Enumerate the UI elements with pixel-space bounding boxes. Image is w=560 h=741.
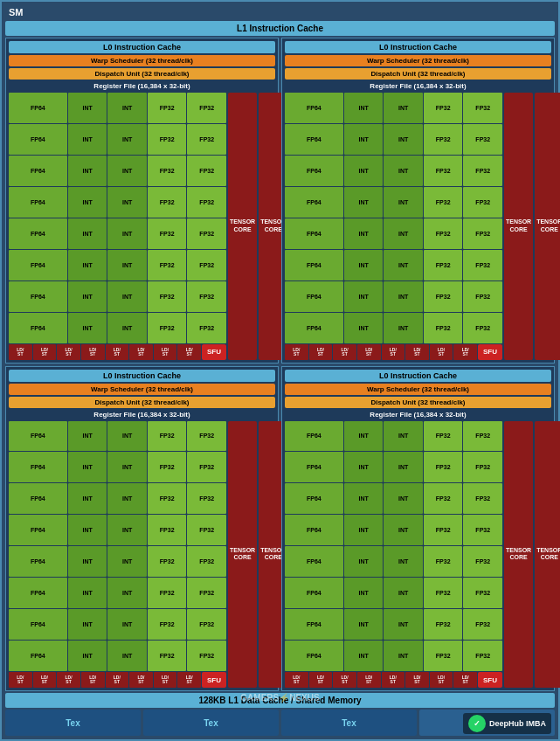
compute-cell: FP64 [285,250,343,280]
ld-st-cell: LD/ ST [453,672,477,688]
ld-st-cell: LD/ ST [453,344,477,360]
dispatch-unit: Dispatch Unit (32 thread/clk) [285,397,551,408]
ld-st-cell: LD/ ST [57,344,80,360]
compute-cell: INT [344,483,384,514]
ld-st-sfu-row: LD/ STLD/ STLD/ STLD/ STLD/ STLD/ STLD/ … [9,672,226,688]
compute-cell: FP64 [9,483,67,514]
compute-cell: FP64 [285,124,343,155]
compute-cell: INT [384,641,423,671]
compute-row: FP64INTINTFP32FP32 [285,187,502,218]
quadrant: L0 Instruction CacheWarp Scheduler (32 t… [281,366,555,692]
l0-cache: L0 Instruction Cache [9,370,275,382]
ld-st-cell: LD/ ST [382,344,405,360]
l0-cache: L0 Instruction Cache [285,41,551,53]
ld-st-sfu-row: LD/ STLD/ STLD/ STLD/ STLD/ STLD/ STLD/ … [285,344,502,360]
four-quadrants: L0 Instruction CacheWarp Scheduler (32 t… [5,38,555,691]
ld-st-cell: LD/ ST [357,672,381,688]
compute-row: FP64INTINTFP32FP32 [285,609,502,640]
l1-data-cache: 128KB L1 Data Cache / Shared Memory [5,693,555,708]
compute-cell: INT [384,452,423,482]
ld-st-cell: LD/ ST [357,344,381,360]
compute-cell: INT [344,609,384,640]
compute-cell: FP64 [9,578,67,608]
ld-st-cell: LD/ ST [33,344,57,360]
compute-row: FP64INTINTFP32FP32 [9,156,226,186]
compute-cell: FP32 [148,250,187,280]
tex-cell-3: Tex [281,710,417,736]
compute-cell: INT [344,281,384,312]
compute-cell: FP64 [285,421,343,452]
compute-cell: INT [68,93,107,123]
compute-cell: FP64 [285,281,343,312]
compute-cell: INT [68,546,107,577]
compute-cell: FP32 [424,313,463,343]
compute-cell: FP32 [424,546,463,577]
compute-cell: INT [68,578,107,608]
compute-cell: INT [107,250,147,280]
compute-cell: FP64 [285,313,343,343]
compute-row: FP64INTINTFP32FP32 [285,515,502,545]
compute-cell: INT [68,250,107,280]
compute-cell: FP32 [187,483,226,514]
compute-cell: INT [107,578,147,608]
compute-cell: FP64 [285,93,343,123]
compute-cell: INT [68,641,107,671]
compute-cell: FP32 [424,483,463,514]
sm-container: SM L1 Instruction Cache L0 Instruction C… [0,0,560,741]
compute-cell: INT [344,452,384,482]
compute-cell: FP32 [187,313,226,343]
compute-cell: FP32 [463,218,502,249]
quadrant: L0 Instruction CacheWarp Scheduler (32 t… [5,366,279,692]
compute-cell: FP32 [148,187,187,218]
deephub-icon: ✓ [468,715,486,732]
compute-cell: INT [344,641,384,671]
compute-cell: INT [107,641,147,671]
compute-row: FP64INTINTFP32FP32 [285,578,502,608]
compute-cell: FP32 [148,641,187,671]
compute-cell: INT [384,483,423,514]
compute-cell: FP64 [9,187,67,218]
compute-cell: FP32 [187,250,226,280]
compute-cell: INT [384,421,423,452]
compute-cell: FP32 [463,281,502,312]
compute-cell: INT [384,124,423,155]
compute-cell: INT [344,313,384,343]
compute-cell: INT [384,187,423,218]
compute-cell: FP64 [285,641,343,671]
ld-st-cell: LD/ ST [285,344,308,360]
compute-row: FP64INTINTFP32FP32 [9,641,226,671]
ld-st-cell: LD/ ST [9,672,32,688]
compute-cell: INT [384,546,423,577]
left-compute: FP64INTINTFP32FP32FP64INTINTFP32FP32FP64… [9,93,226,360]
compute-cell: INT [107,452,147,482]
compute-cell: INT [384,93,423,123]
compute-cell: FP64 [285,515,343,545]
compute-row: FP64INTINTFP32FP32 [9,124,226,155]
compute-cell: INT [344,156,384,186]
compute-cell: FP64 [9,124,67,155]
ld-st-cell: LD/ ST [405,344,429,360]
compute-cell: INT [68,313,107,343]
compute-cell: FP64 [9,218,67,249]
compute-cell: FP32 [187,515,226,545]
compute-cell: FP32 [463,452,502,482]
tensor-cores: TENSOR CORETENSOR CORE [504,421,551,689]
warp-scheduler: Warp Scheduler (32 thread/clk) [9,384,275,395]
compute-cell: FP32 [463,313,502,343]
tensor-core: TENSOR CORE [228,93,257,360]
compute-cell: FP32 [187,546,226,577]
compute-row: FP64INTINTFP32FP32 [285,281,502,312]
compute-row: FP64INTINTFP32FP32 [285,641,502,671]
compute-row: FP64INTINTFP32FP32 [9,609,226,640]
compute-cell: FP64 [285,187,343,218]
compute-cell: INT [68,156,107,186]
compute-cell: INT [68,483,107,514]
compute-cell: FP32 [463,93,502,123]
compute-cell: FP32 [148,515,187,545]
register-file: Register File (16,384 x 32-bit) [285,81,551,91]
ld-st-cell: LD/ ST [57,672,80,688]
compute-area: FP64INTINTFP32FP32FP64INTINTFP32FP32FP64… [9,421,275,689]
compute-cell: FP32 [463,187,502,218]
ld-st-cell: LD/ ST [106,672,129,688]
compute-cell: FP32 [424,609,463,640]
